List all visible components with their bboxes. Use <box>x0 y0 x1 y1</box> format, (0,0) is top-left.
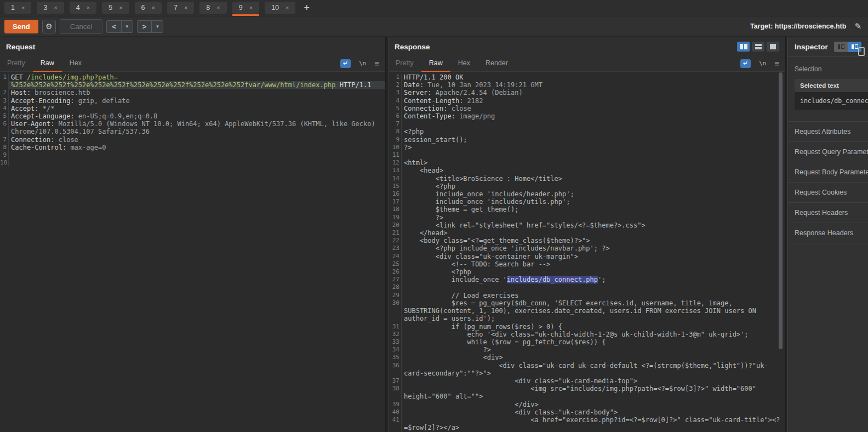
line-number: 13 <box>389 167 402 174</box>
request-editor[interactable]: 1GET /includes/img.php?path=%252e%252e%2… <box>0 72 385 432</box>
forward-icon[interactable]: > <box>138 21 152 32</box>
inspector-section-request-headers[interactable]: Request Headers <box>788 203 868 223</box>
inspector-section-request-query-parameters[interactable]: Request Query Parameters <box>788 142 868 162</box>
close-tab-icon[interactable]: × <box>184 4 187 11</box>
repeater-tab-label[interactable]: 6 <box>141 4 145 12</box>
line-number: 39 <box>389 401 402 408</box>
layout-rows-button[interactable] <box>752 42 764 52</box>
close-tab-icon[interactable]: × <box>249 4 253 11</box>
back-dropdown-icon[interactable]: ▼ <box>121 21 133 32</box>
code-line: 9 <box>0 151 385 159</box>
repeater-tab-3[interactable]: 3× <box>37 2 64 16</box>
repeater-tab-label[interactable]: 8 <box>206 4 210 12</box>
code-line: 19 ?> <box>389 214 785 221</box>
inspector-section-request-cookies[interactable]: Request Cookies <box>788 183 868 203</box>
line-number: 24 <box>389 253 402 260</box>
inspector-section-response-headers[interactable]: Response Headers <box>788 223 868 243</box>
inspector-collapse-icon[interactable] <box>858 47 865 56</box>
code-line: 16 include_once 'includes/header.php'; <box>389 190 785 198</box>
repeater-tab-8[interactable]: 8× <box>199 2 226 16</box>
line-number: 12 <box>389 159 402 167</box>
editor-menu-icon[interactable]: ≡ <box>374 59 379 68</box>
word-wrap-icon[interactable]: ↵ <box>340 59 351 68</box>
repeater-tab-label[interactable]: 5 <box>108 4 112 12</box>
repeater-tab-label[interactable]: 7 <box>174 4 178 12</box>
close-tab-icon[interactable]: × <box>152 4 155 11</box>
repeater-tab-9[interactable]: 9× <box>232 2 259 16</box>
add-tab-icon[interactable]: + <box>304 3 310 13</box>
edit-target-pencil-icon[interactable]: ✎ <box>854 21 861 31</box>
repeater-tab-label[interactable]: 3 <box>43 4 47 12</box>
layout-columns-button[interactable] <box>737 42 750 52</box>
forward-button[interactable]: > ▼ <box>137 20 164 33</box>
cancel-button[interactable]: Cancel <box>60 19 102 34</box>
close-tab-icon[interactable]: × <box>87 4 90 11</box>
request-panel-title: Request <box>6 43 35 51</box>
show-newlines-icon[interactable]: \n <box>759 60 766 67</box>
inspector-dock-left-button[interactable] <box>834 42 848 52</box>
repeater-tab-label[interactable]: 9 <box>239 4 243 12</box>
code-text: <html> <box>402 159 785 167</box>
code-text: <head> <box>402 167 785 174</box>
line-number: 21 <box>389 229 402 237</box>
line-number: 8 <box>389 128 402 135</box>
response-panel: Response PrettyRawHexRender ↵ \n ≡ 1HTTP… <box>389 37 785 432</box>
repeater-tab-7[interactable]: 7× <box>167 2 194 16</box>
word-wrap-icon[interactable]: ↵ <box>740 59 751 68</box>
code-text: <div class="uk-card-media-top"> <box>402 377 785 385</box>
code-text <box>9 159 385 167</box>
line-number: 4 <box>389 97 402 105</box>
editor-menu-icon[interactable]: ≡ <box>774 59 779 68</box>
line-number: 38 <box>389 385 402 400</box>
code-text: Connection: close <box>9 136 385 144</box>
layout-single-button[interactable] <box>767 42 779 52</box>
code-text: while ($row = pg_fetch_row($res)) { <box>402 338 785 346</box>
view-tab-pretty[interactable]: Pretty <box>395 59 421 72</box>
send-button[interactable]: Send <box>4 20 38 33</box>
close-tab-icon[interactable]: × <box>54 4 57 11</box>
show-newlines-icon[interactable]: \n <box>359 60 366 67</box>
code-text: $theme = get_theme(); <box>402 206 785 213</box>
forward-dropdown-icon[interactable]: ▼ <box>151 21 163 32</box>
line-number: 19 <box>389 214 402 221</box>
response-view-tabs: PrettyRawHexRender ↵ \n ≡ <box>389 56 785 72</box>
close-tab-icon[interactable]: × <box>21 4 25 11</box>
repeater-tab-6[interactable]: 6× <box>135 2 162 16</box>
line-number: 40 <box>389 408 402 416</box>
code-line: 2Host: broscience.htb <box>0 89 385 96</box>
code-text: include_once 'includes/header.php'; <box>402 190 785 198</box>
close-tab-icon[interactable]: × <box>285 4 289 11</box>
back-button[interactable]: < ▼ <box>106 20 133 33</box>
view-tab-hex[interactable]: Hex <box>62 59 89 72</box>
view-tab-hex[interactable]: Hex <box>450 59 478 72</box>
code-text: </head> <box>402 229 785 237</box>
view-tab-raw[interactable]: Raw <box>33 59 62 72</box>
code-line: 39 </div> <box>389 401 785 408</box>
repeater-tab-1[interactable]: 1× <box>4 2 31 16</box>
repeater-tab-5[interactable]: 5× <box>102 2 129 16</box>
repeater-tab-4[interactable]: 4× <box>70 2 96 16</box>
inspector-section-request-attributes[interactable]: Request Attributes <box>788 122 868 142</box>
line-number: 26 <box>389 268 402 276</box>
code-text: <?php <box>402 268 785 276</box>
response-editor[interactable]: 1HTTP/1.1 200 OK2Date: Tue, 10 Jan 2023 … <box>389 72 785 432</box>
repeater-tab-10[interactable]: 10× <box>265 2 295 16</box>
code-line: 20 <link rel="stylesheet" href="styles/<… <box>389 221 785 229</box>
view-tab-render[interactable]: Render <box>478 59 516 72</box>
view-tab-raw[interactable]: Raw <box>421 59 450 72</box>
view-tab-pretty[interactable]: Pretty <box>6 59 33 72</box>
gear-icon[interactable]: ⚙ <box>42 20 56 33</box>
repeater-tab-label[interactable]: 10 <box>271 4 279 12</box>
repeater-tab-label[interactable]: 1 <box>11 4 15 12</box>
close-tab-icon[interactable]: × <box>216 4 220 11</box>
close-tab-icon[interactable]: × <box>119 4 122 11</box>
code-line: 10?> <box>389 144 785 151</box>
code-line: 28 <box>389 283 785 291</box>
back-icon[interactable]: < <box>107 21 121 32</box>
response-scrollbar[interactable] <box>779 72 783 349</box>
line-number: 5 <box>389 105 402 112</box>
repeater-tab-label[interactable]: 4 <box>76 4 80 12</box>
line-number: 4 <box>0 105 9 112</box>
inspector-section-request-body-parameters[interactable]: Request Body Parameters <box>788 162 868 183</box>
code-text: Cache-Control: max-age=0 <box>9 144 385 151</box>
